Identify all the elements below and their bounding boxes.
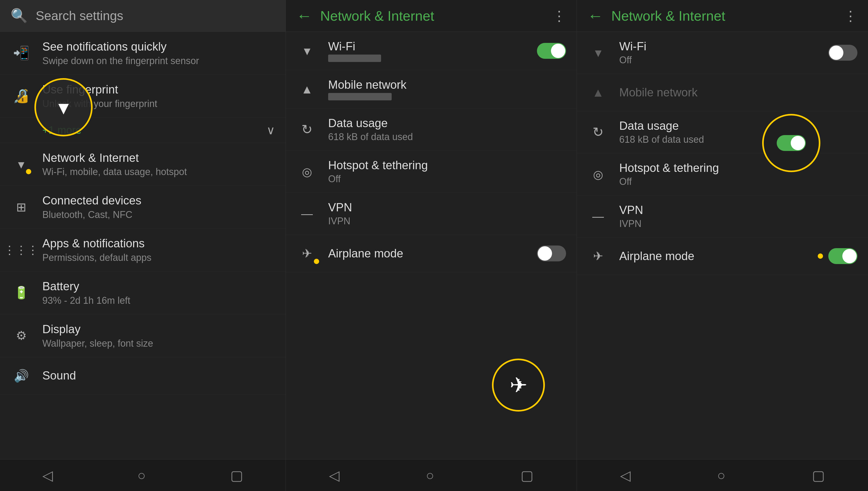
middle-airplane-toggle[interactable] <box>537 246 566 261</box>
middle-vpn-text: VPN IVPN <box>328 201 566 227</box>
right-home-nav[interactable]: ○ <box>701 462 741 489</box>
middle-airplane-title: Airplane mode <box>328 247 537 260</box>
battery-text: Battery 93% - 2d 1h 16m left <box>42 280 275 306</box>
middle-hotspot-icon: ◎ <box>297 161 317 182</box>
fingerprint-icon: 🔏 <box>10 85 32 107</box>
display-item[interactable]: ⚙ Display Wallpaper, sleep, font size <box>0 314 285 357</box>
hotspot-annotation-circle <box>762 114 820 172</box>
middle-wifi-icon: ▾ <box>297 40 317 61</box>
search-placeholder: Search settings <box>36 8 123 23</box>
right-hotspot-text: Hotspot & tethering Off <box>619 161 858 187</box>
right-panel: ▾ Wi-Fi Off ▲ Mobile network ↻ <box>577 32 868 459</box>
right-airplane-toggle[interactable] <box>828 248 858 264</box>
right-back-nav[interactable]: ◁ <box>604 462 647 489</box>
apps-icon: ⋮⋮⋮ <box>10 239 32 261</box>
right-mobile-item[interactable]: ▲ Mobile network <box>577 74 868 111</box>
left-home-nav[interactable]: ○ <box>121 462 161 489</box>
right-vpn-title: VPN <box>619 203 858 216</box>
middle-data-icon: ↻ <box>297 119 317 140</box>
middle-mobile-title: Mobile network <box>328 78 566 91</box>
middle-panel-header: ← Network & Internet ⋮ <box>286 0 577 32</box>
connected-title: Connected devices <box>42 194 275 208</box>
notifications-subtitle: Swipe down on the fingerprint sensor <box>42 55 275 66</box>
right-nav-section: ◁ ○ ▢ <box>577 460 868 491</box>
right-airplane-icon: ✈ <box>588 246 609 267</box>
middle-hotspot-text: Hotspot & tethering Off <box>328 158 566 184</box>
search-bar[interactable]: 🔍 Search settings <box>0 0 286 32</box>
notifications-icon: 📲 <box>10 42 32 63</box>
right-back-button[interactable]: ← <box>588 7 603 25</box>
sound-item[interactable]: 🔊 Sound <box>0 357 285 395</box>
right-data-title: Data usage <box>619 119 858 133</box>
right-wifi-item[interactable]: ▾ Wi-Fi Off <box>577 32 868 74</box>
apps-title: Apps & notifications <box>42 236 275 251</box>
display-icon: ⚙ <box>10 325 32 346</box>
right-wifi-toggle[interactable] <box>828 45 858 61</box>
right-more-icon[interactable]: ⋮ <box>844 8 858 24</box>
middle-mobile-item[interactable]: ▲ Mobile network <box>286 70 577 109</box>
middle-more-icon[interactable]: ⋮ <box>552 8 566 24</box>
middle-home-nav[interactable]: ○ <box>410 462 450 489</box>
right-hotspot-title: Hotspot & tethering <box>619 161 858 175</box>
right-airplane-dot <box>818 254 823 259</box>
battery-icon: 🔋 <box>10 282 32 303</box>
apps-text: Apps & notifications Permissions, defaul… <box>42 236 275 263</box>
right-mobile-title: Mobile network <box>619 86 858 99</box>
right-data-item[interactable]: ↻ Data usage 618 kB of data used <box>577 111 868 153</box>
connected-icon: ⊞ <box>10 197 32 218</box>
middle-panel: ▾ Wi-Fi ▲ Mobile network ↻ <box>286 32 577 459</box>
wifi-icon: ▾ <box>10 153 32 175</box>
left-recent-nav[interactable]: ▢ <box>214 462 259 489</box>
middle-panel-title: Network & Internet <box>320 8 552 24</box>
right-airplane-item[interactable]: ✈ Airplane mode <box>577 237 868 275</box>
wifi-annotation-circle: ▾ <box>34 78 93 136</box>
right-panel-header: ← Network & Internet ⋮ <box>577 0 868 32</box>
sound-icon: 🔊 <box>10 365 32 386</box>
middle-hotspot-subtitle: Off <box>328 173 566 184</box>
airplane-dot <box>314 259 319 264</box>
connected-subtitle: Bluetooth, Cast, NFC <box>42 209 275 220</box>
network-title: Network & Internet <box>42 151 275 165</box>
middle-mobile-icon: ▲ <box>297 79 317 100</box>
right-vpn-subtitle: IVPN <box>619 218 858 229</box>
right-mobile-text: Mobile network <box>619 86 858 99</box>
right-data-text: Data usage 618 kB of data used <box>619 119 858 145</box>
middle-airplane-item[interactable]: ✈ Airplane mode <box>286 235 577 272</box>
battery-item[interactable]: 🔋 Battery 93% - 2d 1h 16m left <box>0 271 285 314</box>
right-hotspot-subtitle: Off <box>619 176 858 187</box>
airplane-annotation-circle: ✈ <box>492 358 545 411</box>
apps-item[interactable]: ⋮⋮⋮ Apps & notifications Permissions, de… <box>0 229 285 271</box>
battery-subtitle: 93% - 2d 1h 16m left <box>42 295 275 306</box>
right-data-subtitle: 618 kB of data used <box>619 134 858 145</box>
sound-title: Sound <box>42 369 275 383</box>
notifications-text: See notifications quickly Swipe down on … <box>42 40 275 66</box>
network-item[interactable]: ▾ Network & Internet Wi-Fi, mobile, data… <box>0 143 285 186</box>
left-back-nav[interactable]: ◁ <box>27 462 69 489</box>
right-vpn-text: VPN IVPN <box>619 203 858 229</box>
middle-wifi-toggle[interactable] <box>537 43 566 59</box>
middle-vpn-item[interactable]: — VPN IVPN <box>286 193 577 235</box>
right-hotspot-icon: ◎ <box>588 164 609 185</box>
right-mobile-icon: ▲ <box>588 82 609 103</box>
middle-back-button[interactable]: ← <box>297 7 312 25</box>
middle-hotspot-item[interactable]: ◎ Hotspot & tethering Off <box>286 151 577 193</box>
right-recent-nav[interactable]: ▢ <box>796 462 841 489</box>
middle-vpn-subtitle: IVPN <box>328 215 566 227</box>
middle-data-item[interactable]: ↻ Data usage 618 kB of data used <box>286 109 577 151</box>
middle-data-text: Data usage 618 kB of data used <box>328 117 566 143</box>
middle-nav-section: ◁ ○ ▢ <box>286 460 577 491</box>
notifications-quick-item[interactable]: 📲 See notifications quickly Swipe down o… <box>0 32 285 75</box>
middle-hotspot-title: Hotspot & tethering <box>328 158 566 172</box>
middle-wifi-text: Wi-Fi <box>328 40 537 62</box>
connected-item[interactable]: ⊞ Connected devices Bluetooth, Cast, NFC <box>0 186 285 229</box>
expand-icon: ∨ <box>267 123 275 137</box>
middle-wifi-item[interactable]: ▾ Wi-Fi <box>286 32 577 70</box>
middle-recent-nav[interactable]: ▢ <box>505 462 549 489</box>
battery-title: Battery <box>42 280 275 293</box>
right-vpn-item[interactable]: — VPN IVPN <box>577 196 868 237</box>
right-hotspot-item[interactable]: ◎ Hotspot & tethering Off <box>577 153 868 196</box>
middle-vpn-icon: — <box>297 203 317 224</box>
middle-back-nav[interactable]: ◁ <box>313 462 355 489</box>
right-wifi-subtitle: Off <box>619 55 828 66</box>
middle-vpn-title: VPN <box>328 201 566 214</box>
